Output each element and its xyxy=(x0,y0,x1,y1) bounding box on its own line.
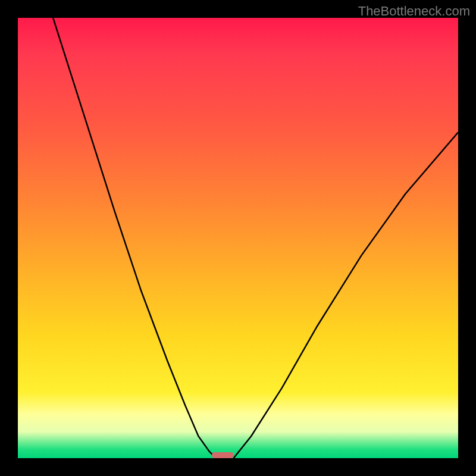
curve-layer xyxy=(18,18,458,458)
right-curve xyxy=(234,132,458,458)
chart-frame: TheBottleneck.com xyxy=(0,0,476,476)
chart-plot-area xyxy=(18,18,458,458)
minimum-marker xyxy=(212,452,234,458)
left-curve xyxy=(53,18,216,458)
watermark-text: TheBottleneck.com xyxy=(358,4,470,19)
